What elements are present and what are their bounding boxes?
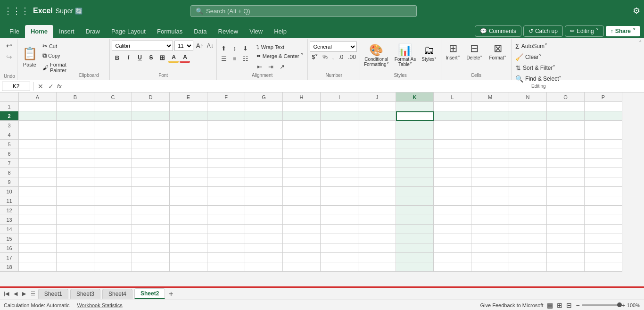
cell-M3[interactable] (471, 121, 509, 130)
copy-button[interactable]: ⧉ Copy (41, 51, 70, 60)
formula-input[interactable] (65, 83, 642, 90)
col-header-A[interactable]: A (19, 92, 57, 102)
format-button[interactable]: ⊠ Format˅ (486, 42, 509, 61)
cell-K1[interactable] (396, 102, 434, 111)
delete-button[interactable]: ⊟ Delete˅ (464, 42, 486, 61)
cell-C3[interactable] (94, 121, 132, 130)
workbook-statistics[interactable]: Workbook Statistics (77, 302, 122, 308)
cell-J2[interactable] (358, 111, 396, 121)
zoom-level[interactable]: 100% (627, 302, 640, 308)
col-header-D[interactable]: D (132, 92, 170, 102)
cell-F3[interactable] (207, 121, 245, 130)
row-number-1[interactable]: 1 (0, 102, 19, 111)
cell-O1[interactable] (547, 102, 585, 111)
view-break-icon[interactable]: ⊟ (566, 302, 572, 309)
sheet-tab-sheet2[interactable]: Sheet2 (134, 288, 165, 299)
cell-C1[interactable] (94, 102, 132, 111)
autosum-button[interactable]: Σ AutoSum˅ (513, 42, 563, 51)
cell-D2[interactable] (132, 111, 170, 121)
underline-button[interactable]: U (134, 52, 145, 63)
col-header-O[interactable]: O (547, 92, 585, 102)
decrease-indent-button[interactable]: ⇤ (255, 62, 265, 71)
sheet-tab-sheet1[interactable]: Sheet1 (38, 289, 68, 299)
ribbon-collapse-button[interactable]: ˄ (639, 40, 642, 47)
align-left-button[interactable]: ☰ (219, 54, 229, 63)
insert-button[interactable]: ⊞ Insert˅ (443, 42, 463, 61)
cell-G1[interactable] (245, 102, 283, 111)
border-button[interactable]: ⊞ (157, 52, 167, 63)
cell-A4[interactable] (19, 130, 57, 140)
col-header-N[interactable]: N (509, 92, 547, 102)
cell-O3[interactable] (547, 121, 585, 130)
col-header-E[interactable]: E (170, 92, 207, 102)
increase-indent-button[interactable]: ⇥ (266, 62, 276, 71)
row-number-4[interactable]: 4 (0, 130, 19, 140)
undo-button[interactable]: ↩ (4, 41, 15, 51)
cell-N1[interactable] (509, 102, 547, 111)
row-number-3[interactable]: 3 (0, 121, 19, 130)
align-bottom-button[interactable]: ⬇ (240, 43, 251, 53)
confirm-formula-button[interactable]: ✓ (47, 83, 55, 90)
font-size-increase-button[interactable]: A↑ (195, 42, 204, 50)
sheet-menu-button[interactable]: ☰ (29, 290, 37, 298)
tab-page-layout[interactable]: Page Layout (106, 25, 151, 38)
col-header-B[interactable]: B (57, 92, 94, 102)
cell-H1[interactable] (283, 102, 321, 111)
app-grid-icon[interactable]: ⋮⋮⋮ (4, 6, 29, 16)
cell-M1[interactable] (471, 102, 509, 111)
cell-I2[interactable] (321, 111, 358, 121)
search-box[interactable]: 🔍 Search (Alt + Q) (190, 5, 417, 17)
tab-review[interactable]: Review (213, 25, 244, 38)
col-header-M[interactable]: M (471, 92, 509, 102)
italic-button[interactable]: I (123, 52, 133, 63)
cell-I1[interactable] (321, 102, 358, 111)
col-header-K[interactable]: K (396, 92, 434, 102)
cell-C2[interactable] (94, 111, 132, 121)
settings-icon[interactable]: ⚙ (633, 6, 640, 16)
cell-O2[interactable] (547, 111, 585, 121)
cell-G2[interactable] (245, 111, 283, 121)
cell-D3[interactable] (132, 121, 170, 130)
cell-E1[interactable] (170, 102, 207, 111)
decimal-increase-button[interactable]: .0 (337, 53, 345, 61)
cell-B1[interactable] (57, 102, 94, 111)
row-number-15[interactable]: 15 (0, 234, 19, 243)
share-button[interactable]: ↑ Share ˅ (606, 26, 640, 36)
conditional-formatting-button[interactable]: 🎨 ConditionalFormatting˅ (362, 42, 391, 69)
col-header-I[interactable]: I (321, 92, 358, 102)
row-number-16[interactable]: 16 (0, 243, 19, 253)
tab-help[interactable]: Help (268, 25, 292, 38)
cancel-formula-button[interactable]: ✕ (36, 83, 45, 90)
row-number-10[interactable]: 10 (0, 187, 19, 196)
font-color-button[interactable]: A (180, 52, 190, 63)
row-number-9[interactable]: 9 (0, 177, 19, 187)
cell-J1[interactable] (358, 102, 396, 111)
cell-K3[interactable] (396, 121, 434, 130)
cut-button[interactable]: ✂ Cut (41, 42, 70, 50)
cell-J3[interactable] (358, 121, 396, 130)
merge-center-button[interactable]: ⬌ Merge & Center ˅ (255, 52, 306, 60)
sheet-nav-prev-button[interactable]: ◀ (12, 290, 19, 298)
comments-button[interactable]: 💬 Comments (475, 25, 521, 37)
font-family-select[interactable]: Calibri (112, 41, 173, 51)
view-layout-icon[interactable]: ⊞ (557, 302, 562, 309)
orientation-button[interactable]: ↗ (277, 62, 288, 71)
tab-data[interactable]: Data (188, 25, 212, 38)
align-center-button[interactable]: ≡ (230, 54, 240, 63)
redo-button[interactable]: ↪ (4, 52, 15, 62)
font-size-select[interactable]: 11 (174, 41, 193, 51)
tab-formulas[interactable]: Formulas (151, 25, 188, 38)
col-header-J[interactable]: J (358, 92, 396, 102)
comma-button[interactable]: , (330, 53, 336, 61)
cell-P3[interactable] (585, 121, 622, 130)
add-sheet-button[interactable]: + (167, 290, 175, 298)
col-header-P[interactable]: P (585, 92, 622, 102)
col-header-G[interactable]: G (245, 92, 283, 102)
cell-E2[interactable] (170, 111, 207, 121)
view-normal-icon[interactable]: ▤ (547, 302, 553, 309)
zoom-out-button[interactable]: − (576, 302, 579, 309)
format-as-table-button[interactable]: 📊 Format AsTable˅ (393, 42, 418, 69)
cell-A3[interactable] (19, 121, 57, 130)
catch-up-button[interactable]: ↺ ↺ Catch up Catch up (523, 25, 563, 37)
row-number-6[interactable]: 6 (0, 149, 19, 159)
